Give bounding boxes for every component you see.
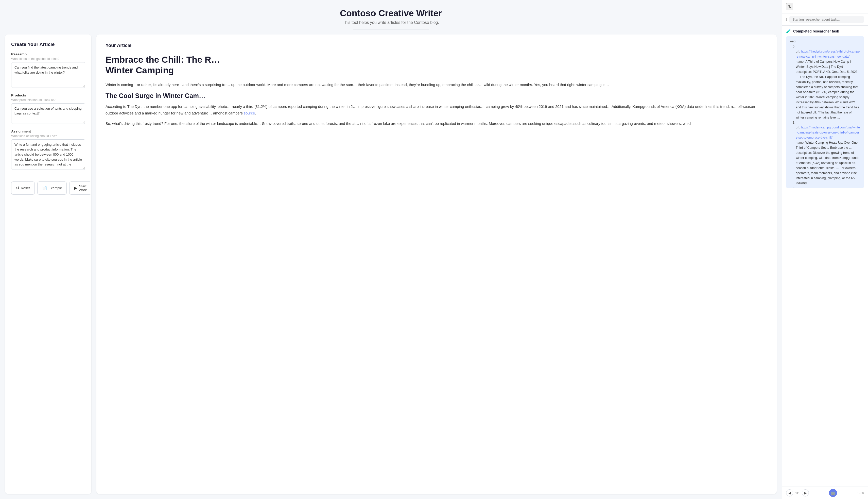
agent-task-content[interactable]: web: 0: url: https://thedyrt.com/press/a… [786, 36, 864, 188]
agent-header: ↻ [782, 0, 868, 13]
agent-status-row: ℹ Starting researcher agent task... [782, 13, 868, 26]
task-name-0: name: A Third of Campers Now Camp in Win… [790, 59, 860, 70]
create-panel-title: Create Your Article [11, 41, 85, 47]
app-header: Contoso Creative Writer This tool helps … [0, 0, 782, 35]
article-label: Your Article [105, 42, 768, 48]
task-line-web: web: [790, 39, 860, 44]
task-url-0: url: https://thedyrt.com/press/a-third-o… [790, 49, 860, 59]
bot-icon[interactable]: 🤖 [829, 489, 837, 497]
chevron-right-icon: ▶ [804, 491, 807, 495]
main-content: Contoso Creative Writer This tool helps … [0, 0, 782, 499]
page-info: 1/1 [795, 491, 800, 495]
task-desc-0: description: PORTLAND, Ore., Dec. 5, 202… [790, 70, 860, 120]
create-article-panel: Create Your Article Research What kinds … [5, 35, 91, 494]
article-para-3: So, what's driving this frosty trend? Fo… [105, 121, 768, 127]
example-button[interactable]: 📄 Example [37, 182, 67, 195]
start-work-icon: ▶ [74, 185, 77, 190]
agent-sidebar: ↻ ℹ Starting researcher agent task... 🧪 … [782, 0, 868, 499]
article-panel: Your Article Embrace the Chill: The R…Wi… [97, 35, 777, 494]
agent-task-title: Completed researcher task [793, 29, 839, 33]
assignment-textarea[interactable]: Write a fun and engaging article that in… [11, 139, 85, 170]
chevron-left-icon: ◀ [788, 491, 791, 495]
flask-icon: 🧪 [786, 29, 791, 34]
task-line-1: 1: [790, 120, 860, 125]
page-prev-button[interactable]: ◀ [786, 489, 793, 497]
action-buttons-row: ↺ Reset 📄 Example ▶ Start Work [11, 182, 85, 195]
source-link[interactable]: source [244, 111, 255, 115]
assignment-field-group: Assignment What kind of writing should I… [11, 130, 85, 171]
article-para-1: Winter is coming—or rather, it's already… [105, 82, 768, 88]
article-section-title: The Cool Surge in Winter Cam… [105, 92, 768, 99]
article-title: Embrace the Chill: The R…Winter Camping [105, 54, 768, 76]
agent-status-text: Starting researcher agent task... [789, 16, 864, 23]
research-field-group: Research What kinds of things should I f… [11, 52, 85, 89]
header-divider [353, 29, 429, 29]
agent-task-section: 🧪 Completed researcher task web: 0: url:… [782, 26, 868, 487]
products-placeholder-text: What products should I look at? [11, 98, 85, 102]
example-icon: 📄 [42, 185, 47, 190]
agent-refresh-button[interactable]: ↻ [786, 3, 793, 10]
assignment-placeholder-text: What kind of writing should I do? [11, 134, 85, 138]
agent-footer: ◀ 1/1 ▶ 🤖 1.0.0 [782, 487, 868, 499]
reset-button[interactable]: ↺ Reset [11, 182, 35, 195]
start-work-button[interactable]: ▶ Start Work [69, 182, 91, 195]
refresh-icon: ↻ [788, 4, 791, 9]
research-placeholder-text: What kinds of things should I find? [11, 57, 85, 61]
page-next-button[interactable]: ▶ [802, 489, 809, 497]
task-url-1: url: https://moderncampground.com/usa/wi… [790, 125, 860, 141]
task-line-2: 2: [790, 186, 860, 188]
assignment-label: Assignment [11, 130, 85, 133]
app-subtitle: This tool helps you write articles for t… [5, 20, 777, 25]
version-badge: 1.0.0 [857, 491, 864, 495]
agent-task-header: 🧪 Completed researcher task [786, 29, 864, 34]
task-name-1: name: Winter Camping Heats Up: Over One-… [790, 141, 860, 150]
article-para-2: According to The Dyrt, the number one ap… [105, 104, 768, 116]
task-line-0: 0: [790, 44, 860, 49]
research-label: Research [11, 52, 85, 56]
body-area: Create Your Article Research What kinds … [0, 35, 782, 499]
products-field-group: Products What products should I look at?… [11, 94, 85, 125]
pagination-row: ◀ 1/1 ▶ [786, 489, 809, 497]
reset-icon: ↺ [16, 185, 19, 190]
products-label: Products [11, 94, 85, 97]
task-desc-1: description: Discover the growing trend … [790, 150, 860, 186]
research-textarea[interactable]: Can you find the latest camping trends a… [11, 62, 85, 88]
info-icon: ℹ [786, 17, 787, 22]
products-textarea[interactable]: Can you use a selection of tents and sle… [11, 103, 85, 124]
article-body: Winter is coming—or rather, it's already… [105, 82, 768, 127]
app-title: Contoso Creative Writer [5, 8, 777, 18]
